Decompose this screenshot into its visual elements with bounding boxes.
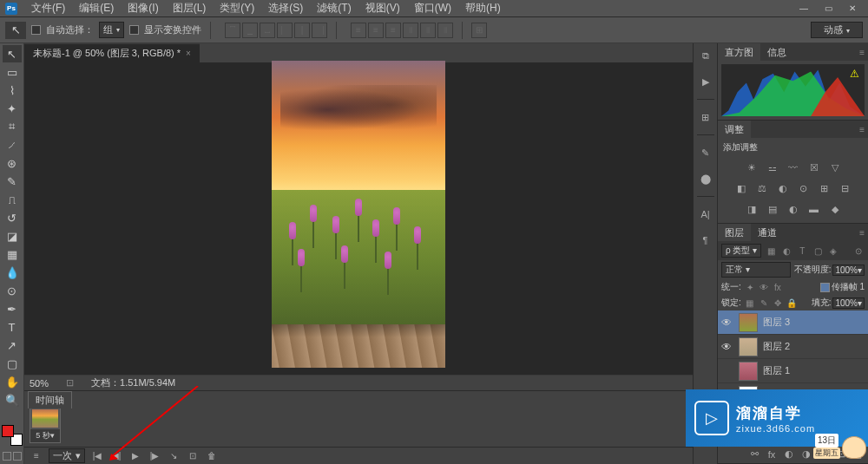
photofilter-icon[interactable]: ⊙ — [796, 181, 812, 195]
zoom-tool[interactable]: 🔍 — [3, 391, 22, 408]
layer-row[interactable]: 图层 1 — [718, 359, 868, 383]
layer-row[interactable]: 👁 图层 3 — [718, 310, 868, 335]
tab-histogram[interactable]: 直方图 — [718, 43, 760, 62]
filter-adj-icon[interactable]: ◐ — [780, 245, 792, 257]
hand-tool[interactable]: ✋ — [3, 373, 22, 390]
screenmode-icon[interactable] — [13, 452, 22, 461]
menu-edit[interactable]: 编辑(E) — [72, 0, 121, 17]
document-tab[interactable]: 未标题-1 @ 50% (图层 3, RGB/8) * × — [24, 43, 200, 62]
hue-icon[interactable]: ◧ — [733, 181, 749, 195]
dist-5-icon[interactable]: ⦀ — [420, 23, 436, 38]
healing-tool[interactable]: ⊛ — [3, 154, 22, 172]
tab-channels[interactable]: 通道 — [751, 224, 784, 242]
close-button[interactable]: ✕ — [842, 3, 863, 15]
tab-info[interactable]: 信息 — [760, 43, 793, 62]
tab-adjustments[interactable]: 调整 — [718, 121, 751, 139]
fill-value[interactable]: 100%▾ — [832, 297, 865, 309]
layer-mask-icon[interactable]: ◐ — [783, 448, 795, 461]
align-vcenter-icon[interactable]: ⎯ — [242, 23, 258, 38]
gradient-tool[interactable]: ▦ — [3, 245, 22, 263]
menu-filter[interactable]: 滤镜(T) — [310, 0, 358, 17]
stamp-tool[interactable]: ⎍ — [3, 191, 22, 208]
invert-icon[interactable]: ◨ — [744, 202, 760, 216]
align-right-icon[interactable]: ⎹ — [312, 23, 327, 38]
unify-position-icon[interactable]: ✦ — [745, 282, 755, 292]
color-swatches[interactable] — [2, 425, 23, 446]
dodge-tool[interactable]: ⊙ — [3, 282, 22, 299]
dist-6-icon[interactable]: ⦀ — [437, 23, 453, 38]
lock-position-icon[interactable]: ✥ — [773, 297, 783, 308]
adjustment-layer-icon[interactable]: ◑ — [800, 448, 812, 461]
menu-type[interactable]: 类型(Y) — [213, 0, 261, 17]
filter-type-icon[interactable]: T — [796, 245, 808, 257]
maximize-button[interactable]: ▭ — [818, 3, 838, 15]
show-transform-checkbox[interactable] — [129, 25, 139, 35]
lock-transparent-icon[interactable]: ▦ — [745, 297, 755, 308]
pen-tool[interactable]: ✒ — [3, 300, 22, 317]
cache-warning-icon[interactable]: ⚠ — [850, 68, 859, 80]
brushes-panel-icon[interactable]: ✎ — [697, 144, 714, 161]
brush-tool[interactable]: ✎ — [3, 173, 22, 190]
posterize-icon[interactable]: ▤ — [765, 202, 780, 216]
eraser-tool[interactable]: ◪ — [3, 227, 22, 245]
panel-menu-icon[interactable]: ≡ — [856, 48, 868, 57]
canvas[interactable] — [272, 61, 445, 368]
foreground-color[interactable] — [2, 425, 14, 437]
dist-3-icon[interactable]: ≡ — [385, 23, 401, 38]
curves-icon[interactable]: 〰 — [786, 160, 801, 174]
mixer-icon[interactable]: ⊞ — [817, 181, 832, 195]
blur-tool[interactable]: 💧 — [3, 264, 22, 281]
auto-align-icon[interactable]: ⊞ — [471, 23, 487, 38]
gradmap-icon[interactable]: ▬ — [806, 202, 822, 216]
dist-4-icon[interactable]: ⦀ — [403, 23, 418, 38]
menu-layer[interactable]: 图层(L) — [166, 0, 214, 17]
play-icon[interactable]: ▶ — [128, 450, 142, 462]
timeline-menu-icon[interactable]: ≡ — [30, 450, 43, 462]
filter-shape-icon[interactable]: ▢ — [812, 245, 824, 257]
delete-frame-icon[interactable]: 🗑 — [205, 450, 219, 462]
duplicate-frame-icon[interactable]: ⊡ — [186, 450, 200, 462]
brightness-icon[interactable]: ☀ — [744, 160, 760, 174]
filter-toggle-icon[interactable]: ⊙ — [852, 245, 865, 257]
auto-select-target[interactable]: 组 ▾ — [99, 22, 124, 38]
opacity-value[interactable]: 100%▾ — [832, 265, 865, 276]
lookup-icon[interactable]: ⊟ — [838, 181, 853, 195]
shape-tool[interactable]: ▢ — [3, 355, 22, 372]
visibility-icon[interactable]: 👁 — [721, 341, 733, 353]
prev-frame-icon[interactable]: ◀| — [109, 450, 123, 462]
lock-pixels-icon[interactable]: ✎ — [759, 297, 769, 308]
character-panel-icon[interactable]: A| — [697, 206, 714, 223]
type-tool[interactable]: T — [3, 318, 22, 336]
zoom-level[interactable]: 50% — [30, 378, 49, 389]
next-frame-icon[interactable]: |▶ — [148, 450, 161, 462]
align-left-icon[interactable]: ⎸ — [277, 23, 293, 38]
align-hcenter-icon[interactable]: | — [294, 23, 310, 38]
swatches-panel-icon[interactable]: ⊞ — [697, 108, 714, 126]
workspace-selector[interactable]: 动感 ▾ — [811, 22, 863, 38]
unify-visibility-icon[interactable]: 👁 — [759, 282, 769, 292]
exposure-icon[interactable]: ☒ — [806, 160, 822, 174]
styles-panel-icon[interactable]: ⬤ — [697, 170, 714, 187]
filter-pixel-icon[interactable]: ▦ — [765, 245, 777, 257]
dist-2-icon[interactable]: ≡ — [368, 23, 384, 38]
lasso-tool[interactable]: ⌇ — [3, 82, 22, 99]
actions-panel-icon[interactable]: ▶ — [697, 73, 714, 90]
levels-icon[interactable]: ⚍ — [765, 160, 780, 174]
bw-icon[interactable]: ◐ — [775, 181, 791, 195]
link-layers-icon[interactable]: ⚯ — [748, 448, 760, 461]
unify-style-icon[interactable]: fx — [773, 282, 783, 292]
auto-select-checkbox[interactable] — [31, 25, 41, 35]
frame-duration[interactable]: 5 秒▾ — [30, 429, 60, 442]
history-brush-tool[interactable]: ↺ — [3, 209, 22, 226]
align-top-icon[interactable]: ⎴ — [225, 23, 240, 38]
filter-smart-icon[interactable]: ◈ — [827, 245, 839, 257]
layer-fx-icon[interactable]: fx — [766, 448, 778, 461]
lock-all-icon[interactable]: 🔒 — [786, 297, 797, 308]
marquee-tool[interactable]: ▭ — [3, 63, 22, 81]
close-tab-icon[interactable]: × — [186, 49, 191, 58]
colorbal-icon[interactable]: ⚖ — [754, 181, 770, 195]
layer-filter-type[interactable]: ρ 类型 ▾ — [721, 244, 761, 258]
propagate-checkbox[interactable] — [820, 283, 830, 292]
layer-row[interactable]: 👁 图层 2 — [718, 335, 868, 359]
timeline-tab[interactable]: 时间轴 — [28, 391, 72, 408]
